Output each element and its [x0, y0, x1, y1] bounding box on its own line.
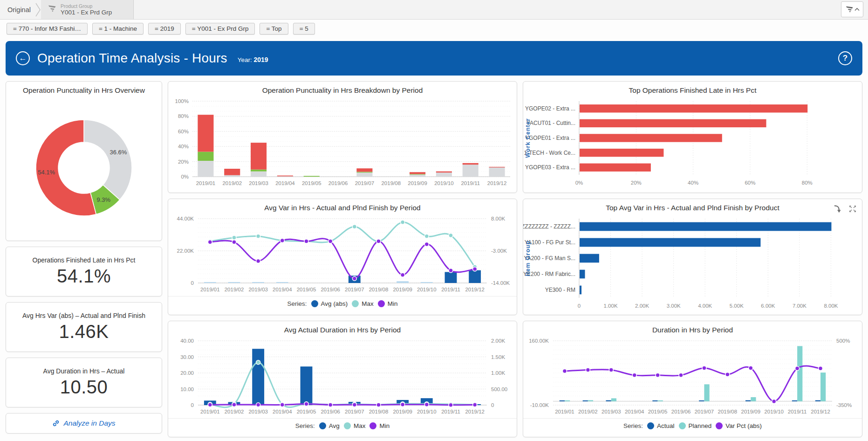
- svg-text:40%: 40%: [178, 144, 189, 149]
- svg-text:2019/02: 2019/02: [225, 409, 244, 414]
- kpi-value: 1.46K: [59, 321, 109, 342]
- tab-name-label: Y001 - Ex Prd Grp: [61, 9, 112, 16]
- svg-text:5.00K: 5.00K: [730, 303, 744, 309]
- svg-text:8.00K: 8.00K: [491, 216, 505, 221]
- chevron-up-icon: [854, 7, 860, 11]
- legend-dot: [344, 422, 351, 429]
- svg-text:2019/01: 2019/01: [196, 180, 216, 186]
- funnel-icon: [845, 6, 854, 13]
- svg-text:2019/12: 2019/12: [465, 287, 485, 292]
- legend-dot: [679, 422, 686, 429]
- svg-text:2019/10: 2019/10: [417, 409, 437, 414]
- svg-text:2019/03: 2019/03: [248, 287, 268, 292]
- svg-text:36.6%: 36.6%: [109, 149, 127, 156]
- svg-text:10.00: 10.00: [180, 386, 194, 392]
- legend-dot: [369, 422, 376, 429]
- legend-dot: [378, 300, 385, 307]
- analyze-in-days-link[interactable]: Analyze in Days: [6, 413, 162, 434]
- donut-chart[interactable]: 36.6%9.3%54.1%: [6, 96, 162, 236]
- collapse-filters-button[interactable]: [841, 1, 863, 17]
- combo-chart[interactable]: 010.0020.0030.0040.000500.001.00K1.50K2.…: [168, 335, 517, 417]
- svg-text:2019/12: 2019/12: [811, 409, 830, 414]
- svg-text:0: 0: [191, 280, 194, 286]
- back-button[interactable]: ←: [16, 51, 30, 65]
- kpi-avg-hrs-var: Avg Hrs Var (abs) – Actual and Plnd Fini…: [6, 302, 162, 352]
- back-arrow-icon: ←: [19, 54, 27, 63]
- kpi-value: 10.50: [60, 377, 108, 398]
- svg-text:1.00K: 1.00K: [491, 370, 505, 376]
- legend-dot: [319, 422, 326, 429]
- svg-text:Work Center: Work Center: [525, 118, 531, 158]
- svg-text:0%: 0%: [575, 180, 583, 186]
- svg-text:2019/01: 2019/01: [200, 287, 220, 292]
- svg-text:2019/05: 2019/05: [297, 287, 316, 292]
- kpi-value: 54.1%: [57, 266, 111, 287]
- svg-text:2019/11: 2019/11: [788, 409, 807, 414]
- help-button[interactable]: ?: [838, 51, 852, 65]
- svg-text:0%: 0%: [181, 174, 189, 179]
- svg-text:YGOPE01 - Extra ...: YGOPE01 - Extra ...: [525, 135, 575, 141]
- svg-text:40%: 40%: [688, 180, 698, 186]
- svg-text:-350%: -350%: [836, 402, 852, 408]
- svg-text:500%: 500%: [836, 338, 850, 344]
- svg-text:44.00K: 44.00K: [177, 216, 194, 221]
- svg-text:2019/06: 2019/06: [321, 409, 340, 414]
- svg-text:2019/08: 2019/08: [718, 409, 738, 414]
- svg-text:2019/03: 2019/03: [249, 180, 268, 186]
- svg-text:2019/09: 2019/09: [393, 287, 412, 292]
- svg-text:2019/05: 2019/05: [297, 409, 316, 414]
- svg-text:1-TECH - Work Ce...: 1-TECH - Work Ce...: [524, 150, 575, 156]
- link-label: Analyze in Days: [63, 419, 115, 427]
- panel-punctuality-breakdown: Operation Punctuality in Hrs Breakdown b…: [168, 81, 517, 193]
- panel-top-avg-var-product: Top Avg Var in Hrs - Actual and Plnd Fin…: [523, 199, 862, 315]
- svg-text:54.1%: 54.1%: [38, 169, 55, 176]
- panel-duration-period: Duration in Hrs by Period -10.00K160.00K…: [523, 321, 862, 437]
- panel-avg-var-period: Avg Var in Hrs - Actual and Plnd Finish …: [168, 199, 517, 315]
- svg-text:20.00: 20.00: [180, 370, 194, 376]
- svg-text:2019/11: 2019/11: [441, 409, 460, 414]
- breadcrumb[interactable]: Original: [0, 0, 35, 19]
- legend-item-label: Actual: [657, 422, 675, 429]
- page-header: ← Operation Time Analysis - Hours Year: …: [6, 41, 862, 76]
- chart-title: Duration in Hrs by Period: [523, 321, 862, 335]
- svg-text:2019/10: 2019/10: [434, 180, 454, 186]
- svg-text:60%: 60%: [745, 180, 755, 186]
- combo-chart[interactable]: -10.00K160.00K-350%500%2019/012019/02201…: [523, 335, 862, 417]
- filter-chip-product-group[interactable]: = Y001 - Ex Prd Grp: [185, 23, 255, 34]
- filter-chip-count[interactable]: = 5: [293, 23, 315, 34]
- filter-chip-top[interactable]: = Top: [260, 23, 288, 34]
- panel-top-late-ops: Top Operations Finished Late in Hrs Pct …: [523, 81, 862, 193]
- year-value: 2019: [254, 56, 268, 63]
- chart-legend: Series:ActualPlannedVar Pct (abs): [523, 418, 862, 433]
- dashboard-grid: Operation Punctuality in Hrs Overview 36…: [0, 81, 868, 437]
- filter-chip-division[interactable]: = 770 - Infor M3 Fashi…: [7, 23, 88, 34]
- svg-text:2019/04: 2019/04: [273, 287, 292, 292]
- legend-dot: [647, 422, 654, 429]
- hbar-chart[interactable]: 0%20%40%60%80%YGOPE02 - Extra ...YACUT01…: [523, 96, 862, 189]
- breadcrumb-chevron-icon: [35, 0, 41, 19]
- filter-chip-machine[interactable]: = 1 - Machine: [92, 23, 144, 34]
- funnel-icon: [48, 5, 56, 14]
- svg-text:YA200 - FG Man S...: YA200 - FG Man S...: [524, 255, 575, 262]
- combo-chart[interactable]: 022.00K44.00K-14.00K-3.00K8.00K2019/0120…: [168, 213, 517, 295]
- svg-text:2019/03: 2019/03: [601, 409, 621, 414]
- hbar-chart[interactable]: 01.00K2.00K3.00K4.00K5.00K6.00K7.00K8.00…: [523, 213, 862, 312]
- right-column: Top Operations Finished Late in Hrs Pct …: [523, 81, 862, 437]
- svg-text:2019/06: 2019/06: [321, 287, 340, 292]
- svg-text:40.00: 40.00: [180, 338, 194, 344]
- svg-text:2019/05: 2019/05: [648, 409, 668, 414]
- svg-text:-10.00K: -10.00K: [530, 402, 549, 408]
- filter-chip-year[interactable]: = 2019: [148, 23, 181, 34]
- legend-item-label: Min: [379, 422, 390, 429]
- tab-product-group[interactable]: Product Group Y001 - Ex Prd Grp: [41, 0, 134, 19]
- svg-text:2019/04: 2019/04: [625, 409, 644, 414]
- svg-text:2019/09: 2019/09: [393, 409, 412, 414]
- drill-down-icon[interactable]: [832, 204, 842, 214]
- panel-avg-actual-duration: Avg Actual Duration in Hrs by Period 010…: [168, 321, 517, 437]
- expand-icon[interactable]: [848, 204, 857, 214]
- chart-legend: Series:AvgMaxMin: [168, 418, 517, 433]
- svg-text:YGOPE03 - Extra ...: YGOPE03 - Extra ...: [525, 164, 575, 171]
- stacked-bar-chart[interactable]: 0%20%40%60%80%100%2019/012019/022019/032…: [168, 96, 517, 189]
- svg-text:2019/07: 2019/07: [345, 287, 364, 292]
- svg-text:3.00K: 3.00K: [667, 303, 681, 309]
